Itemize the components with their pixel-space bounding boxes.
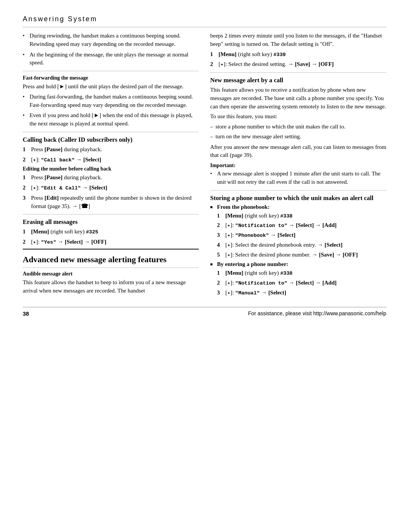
step-text: [Menu] (right soft key) #338 bbox=[225, 269, 386, 277]
step-number: 2 bbox=[23, 238, 28, 246]
audible-continuation: beeps 2 times every minute until you lis… bbox=[210, 32, 386, 49]
by-entering-item: By entering a phone number: 1 [Menu] (ri… bbox=[210, 261, 386, 297]
step-number: 2 bbox=[217, 279, 222, 287]
main-content: During rewinding, the handset makes a co… bbox=[23, 32, 386, 299]
step-item: 2 [✦]: "Yes" → [Select] → [OFF] bbox=[23, 238, 199, 246]
to-use-dash-list: store a phone number to which the unit m… bbox=[210, 123, 386, 141]
audible-section: Audible message alert This feature allow… bbox=[23, 271, 199, 295]
fast-forward-section: Fast-forwarding the message Press and ho… bbox=[23, 75, 199, 128]
erasing-steps: 1 [Menu] (right soft key) #325 2 [✦]: "Y… bbox=[23, 228, 199, 246]
big-heading-rule-top bbox=[23, 249, 199, 250]
editing-steps: 1 Press [Pause] during playback. 2 [✦]: … bbox=[23, 174, 199, 210]
calling-back-section: Calling back (Caller ID subscribers only… bbox=[23, 136, 199, 164]
step-item: 2 [✦]: "Notification to" → [Select] → [A… bbox=[217, 279, 386, 287]
after-text: After you answer the new message alert c… bbox=[210, 143, 386, 160]
step-number: 2 bbox=[23, 156, 28, 164]
step-text: [✦]: "Manual" → [Select] bbox=[225, 289, 386, 297]
step-text: Press [Edit] repeatedly until the phone … bbox=[31, 194, 199, 211]
page-footer: 38 For assistance, please visit http://w… bbox=[23, 307, 386, 317]
list-item: Even if you press and hold [►] when the … bbox=[23, 111, 199, 128]
step-number: 1 bbox=[217, 269, 222, 277]
step-item: 3 [✦]: "Phonebook" → [Select] bbox=[217, 231, 386, 239]
storing-section: Storing a phone number to which the unit… bbox=[210, 194, 386, 297]
step-text: [✦]: "Yes" → [Select] → [OFF] bbox=[31, 238, 199, 246]
step-text: [✦]: "Edit & Call" → [Select] bbox=[31, 184, 199, 192]
step-item: 4 [✦]: Select the desired phonebook entr… bbox=[217, 241, 386, 249]
step-text: [✦]: "Call back" → [Select] bbox=[31, 156, 199, 164]
erasing-section: Erasing all messages 1 [Menu] (right sof… bbox=[23, 218, 199, 246]
fast-forward-intro: Press and hold [►] until the unit plays … bbox=[23, 83, 199, 91]
storing-heading: Storing a phone number to which the unit… bbox=[210, 194, 386, 202]
advanced-heading: Advanced new message alerting features bbox=[23, 254, 199, 265]
step-text: [Menu] (right soft key) #325 bbox=[31, 228, 199, 236]
step-number: 4 bbox=[217, 241, 222, 249]
step-number: 1 bbox=[23, 228, 28, 236]
list-item: A new message alert is stopped 1 minute … bbox=[210, 170, 386, 186]
step-item: 3 Press [Edit] repeatedly until the phon… bbox=[23, 194, 199, 211]
important-label: Important: bbox=[210, 163, 386, 169]
list-item: During fast-forwarding, the handset make… bbox=[23, 93, 199, 110]
step-text: [✦]: Select the desired setting. → [Save… bbox=[219, 60, 386, 69]
step-number: 1 bbox=[23, 146, 28, 154]
step-text: Press [Pause] during playback. bbox=[31, 174, 199, 182]
advanced-section: Advanced new message alerting features A… bbox=[23, 254, 199, 295]
right-column: beeps 2 times every minute until you lis… bbox=[210, 32, 386, 299]
audible-heading: Audible message alert bbox=[23, 271, 199, 277]
editing-heading: Editing the number before calling back bbox=[23, 166, 199, 172]
step-text: Press [Pause] during playback. bbox=[31, 146, 199, 154]
step-number: 1 bbox=[210, 50, 215, 59]
step-text: [✦]: Select the desired phonebook entry.… bbox=[225, 241, 386, 249]
important-bullets: A new message alert is stopped 1 minute … bbox=[210, 170, 386, 186]
from-phonebook-item: From the phonebook: 1 [Menu] (right soft… bbox=[210, 204, 386, 259]
section-title: Answering System bbox=[23, 15, 386, 23]
step-text: [Menu] (right soft key) #338 bbox=[225, 212, 386, 220]
section-divider bbox=[23, 71, 199, 71]
new-message-alert-heading: New message alert by a call bbox=[210, 77, 386, 84]
list-item: turn on the new message alert setting. bbox=[210, 133, 386, 141]
step-item: 2 [✦]: "Call back" → [Select] bbox=[23, 156, 199, 164]
section-divider bbox=[210, 190, 386, 191]
step-item: 1 [Menu] (right soft key) #338 bbox=[217, 212, 386, 220]
step-item: 2 [✦]: Select the desired setting. → [Sa… bbox=[210, 60, 386, 69]
step-number: 1 bbox=[23, 174, 28, 182]
new-message-alert-section: New message alert by a call This feature… bbox=[210, 77, 386, 186]
section-divider bbox=[23, 132, 199, 132]
by-entering-steps: 1 [Menu] (right soft key) #338 2 [✦]: "N… bbox=[217, 269, 386, 297]
step-text: [✦]: "Phonebook" → [Select] bbox=[225, 231, 386, 239]
top-bullet-list: During rewinding, the handset makes a co… bbox=[23, 32, 199, 67]
step-number: 3 bbox=[23, 194, 28, 211]
erasing-heading: Erasing all messages bbox=[23, 218, 199, 226]
left-column: During rewinding, the handset makes a co… bbox=[23, 32, 199, 299]
section-divider bbox=[210, 72, 386, 73]
calling-back-heading: Calling back (Caller ID subscribers only… bbox=[23, 136, 199, 144]
editing-section: Editing the number before calling back 1… bbox=[23, 166, 199, 210]
list-item: At the beginning of the message, the uni… bbox=[23, 51, 199, 67]
page-header: Answering System bbox=[23, 15, 386, 27]
step-item: 1 [Menu] (right soft key) #338 bbox=[217, 269, 386, 277]
audible-steps: 1 [Menu] (right soft key) #339 2 [✦]: Se… bbox=[210, 50, 386, 69]
header-divider bbox=[23, 27, 386, 27]
section-divider bbox=[23, 214, 199, 214]
step-item: 1 Press [Pause] during playback. bbox=[23, 146, 199, 154]
page-number: 38 bbox=[23, 310, 29, 317]
step-item: 3 [✦]: "Manual" → [Select] bbox=[217, 289, 386, 297]
step-number: 3 bbox=[217, 231, 222, 239]
assistance-text: For assistance, please visit http://www.… bbox=[248, 310, 386, 316]
step-item: 5 [✦]: Select the desired phone number. … bbox=[217, 251, 386, 259]
step-number: 2 bbox=[217, 221, 222, 230]
fast-forward-heading: Fast-forwarding the message bbox=[23, 75, 199, 81]
from-phonebook-steps: 1 [Menu] (right soft key) #338 2 [✦]: "N… bbox=[217, 212, 386, 259]
step-item: 1 [Menu] (right soft key) #325 bbox=[23, 228, 199, 236]
to-use-text: To use this feature, you must: bbox=[210, 113, 386, 121]
step-number: 5 bbox=[217, 251, 222, 259]
step-number: 2 bbox=[210, 60, 215, 69]
step-number: 1 bbox=[217, 212, 222, 220]
calling-back-steps: 1 Press [Pause] during playback. 2 [✦]: … bbox=[23, 146, 199, 164]
audible-text: This feature allows the handset to beep … bbox=[23, 279, 199, 295]
step-text: [✦]: Select the desired phone number. → … bbox=[225, 251, 386, 259]
list-item: During rewinding, the handset makes a co… bbox=[23, 32, 199, 49]
by-entering-label: By entering a phone number: bbox=[217, 261, 288, 267]
from-phonebook-label: From the phonebook: bbox=[217, 204, 270, 210]
from-phonebook-list: From the phonebook: 1 [Menu] (right soft… bbox=[210, 204, 386, 297]
list-item: store a phone number to which the unit m… bbox=[210, 123, 386, 131]
